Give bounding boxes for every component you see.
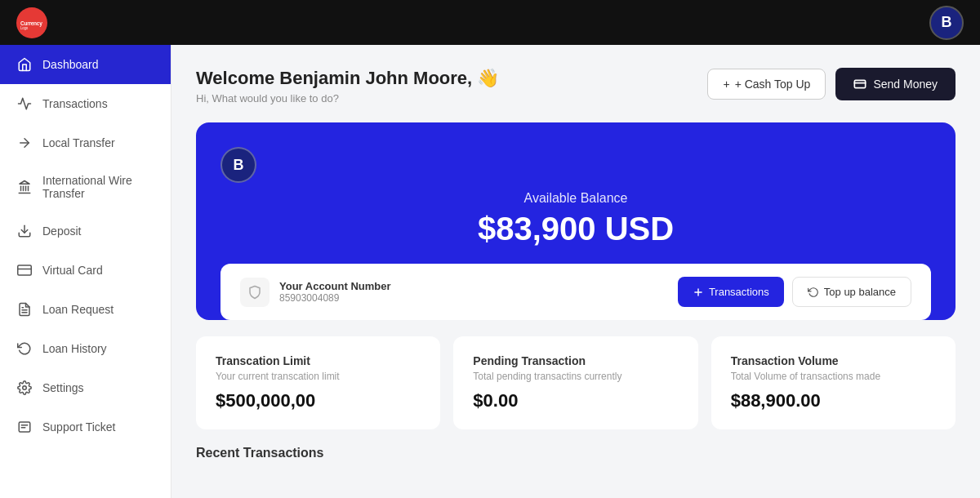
sidebar-item-support-ticket[interactable]: Support Ticket (0, 407, 171, 447)
stat-value-2: $88,900.00 (731, 390, 936, 411)
plus-transactions-icon (693, 287, 704, 298)
sidebar-item-international-wire[interactable]: International Wire Transfer (0, 162, 171, 211)
sidebar-item-local-transfer[interactable]: Local Transfer (0, 123, 171, 162)
chart-line-icon (16, 96, 33, 112)
stat-desc-1: Total pending transactins currently (473, 371, 678, 382)
welcome-heading: Welcome Benjamin John Moore, 👋 (196, 68, 499, 89)
sidebar-item-deposit[interactable]: Deposit (0, 211, 171, 251)
sidebar-item-transactions[interactable]: Transactions (0, 84, 171, 123)
sidebar-item-loan-request[interactable]: Loan Request (0, 290, 171, 329)
account-info-bar: Your Account Number 85903004089 Transact… (220, 264, 931, 320)
logo-badge: Currency Logo (16, 7, 47, 38)
top-up-balance-button[interactable]: Top up balance (792, 277, 911, 307)
send-money-button[interactable]: Send Money (835, 68, 956, 100)
balance-label: Available Balance (220, 191, 931, 206)
user-avatar-top[interactable]: B (929, 6, 964, 40)
stat-title-0: Transcation Limit (216, 354, 421, 367)
stat-desc-0: Your current transcation limit (216, 371, 421, 382)
svg-point-14 (23, 386, 27, 390)
stat-title-1: Pending Transaction (473, 354, 678, 367)
svg-rect-10 (18, 265, 32, 275)
stat-desc-2: Total Volume of transactions made (731, 371, 936, 382)
sidebar-item-settings[interactable]: Settings (0, 368, 171, 407)
balance-amount: $83,900 USD (220, 211, 931, 247)
stat-card-pending-transaction: Pending Transaction Total pending transa… (453, 336, 697, 429)
svg-text:Logo: Logo (20, 25, 29, 29)
stat-card-transaction-limit: Transcation Limit Your current transcati… (196, 336, 440, 429)
refresh-icon (16, 340, 33, 357)
recent-transactions-section: Recent Transactions (196, 446, 956, 467)
home-icon (16, 56, 33, 73)
ticket-icon (16, 419, 33, 435)
file-text-icon (16, 301, 33, 318)
account-action-buttons: Transactions Top up balance (678, 277, 911, 307)
svg-marker-8 (20, 181, 29, 185)
sidebar: Dashboard Transactions Local Transfer In… (0, 0, 172, 498)
account-number-title: Your Account Number (279, 280, 391, 292)
shield-icon (240, 278, 270, 307)
credit-card-icon (16, 262, 33, 278)
welcome-subtitle: Hi, What would you like to do? (196, 92, 499, 104)
view-transactions-button[interactable]: Transactions (678, 277, 784, 307)
main-content: Welcome Benjamin John Moore, 👋 Hi, What … (172, 45, 980, 498)
send-icon (853, 78, 866, 91)
settings-icon (16, 380, 33, 396)
svg-rect-18 (855, 80, 866, 87)
download-icon (16, 223, 33, 239)
balance-card-avatar: B (220, 147, 256, 183)
header-actions: + + Cash Top Up Send Money (707, 68, 956, 100)
top-bar: Currency Logo B (0, 0, 980, 45)
stat-card-transaction-volume: Transaction Volume Total Volume of trans… (711, 336, 956, 429)
welcome-section: Welcome Benjamin John Moore, 👋 Hi, What … (196, 68, 499, 104)
arrow-right-icon (16, 135, 33, 151)
account-number-value: 85903004089 (279, 292, 391, 304)
bank-icon (16, 179, 33, 195)
logo-area: Currency Logo (16, 7, 47, 38)
cash-top-up-button[interactable]: + + Cash Top Up (707, 69, 826, 100)
account-number-section: Your Account Number 85903004089 (240, 278, 391, 307)
recent-transactions-title: Recent Transactions (196, 446, 956, 467)
stat-title-2: Transaction Volume (731, 354, 936, 367)
plus-icon: + (723, 78, 729, 91)
stats-row: Transcation Limit Your current transcati… (196, 336, 956, 429)
balance-card: B Available Balance $83,900 USD Your Acc… (196, 122, 956, 320)
page-header: Welcome Benjamin John Moore, 👋 Hi, What … (196, 68, 956, 104)
stat-value-1: $0.00 (473, 390, 678, 411)
account-details: Your Account Number 85903004089 (279, 280, 391, 304)
sidebar-item-loan-history[interactable]: Loan History (0, 329, 171, 368)
sidebar-item-virtual-card[interactable]: Virtual Card (0, 251, 171, 290)
sidebar-item-dashboard[interactable]: Dashboard (0, 45, 171, 84)
refresh-balance-icon (808, 287, 819, 298)
stat-value-0: $500,000,00 (216, 390, 421, 411)
